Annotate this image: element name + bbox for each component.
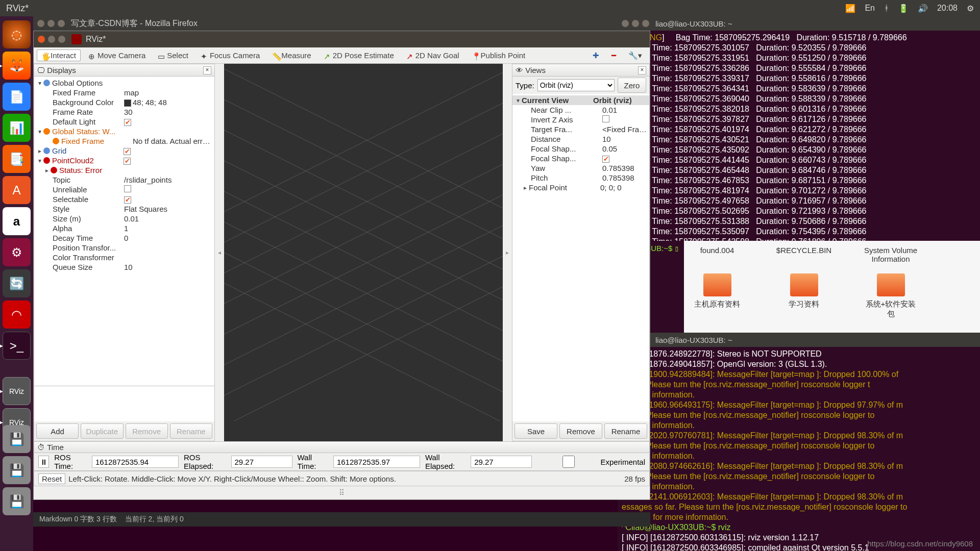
file-item[interactable]: $RECYCLE.BIN — [776, 246, 832, 263]
calc-icon[interactable]: 📊 — [3, 114, 31, 142]
select-tool[interactable]: ▭Select — [153, 49, 193, 61]
folder-item[interactable]: 主机原有资料 — [689, 273, 745, 319]
software-icon[interactable]: A — [3, 176, 31, 204]
zero-button[interactable]: Zero — [618, 78, 646, 93]
focus-camera-tool[interactable]: ✦Focus Camera — [196, 49, 264, 61]
watermark: https://blog.csdn.net/cindy9608 — [867, 539, 973, 548]
amazon-icon[interactable]: a — [3, 207, 31, 235]
file-item[interactable]: System Volume Information — [863, 246, 919, 263]
view-type-select[interactable]: Orbit (rviz) — [537, 79, 615, 91]
rviz-statusbar: Reset Left-Click: Rotate. Middle-Click: … — [34, 471, 650, 486]
close-panel-icon[interactable]: × — [638, 66, 646, 74]
rviz-app-icon — [71, 34, 82, 44]
window-controls[interactable] — [37, 20, 65, 27]
rviz-titlebar: RViz* — [34, 31, 650, 47]
terminal-body: [RUNNING] Bag Time: 1587095275.296419 Du… — [618, 31, 980, 241]
disk-icon-3[interactable]: 💾 — [3, 487, 31, 515]
firefox-titlebar: 写文章-CSDN博客 - Mozilla Firefox — [33, 16, 618, 31]
lang-indicator[interactable]: En — [865, 4, 875, 13]
window-controls[interactable] — [38, 36, 65, 43]
rviz-toolbar: 🖐Interact ⊕Move Camera ▭Select ✦Focus Ca… — [34, 47, 650, 64]
add-tool[interactable]: ✚ — [588, 49, 604, 62]
svg-line-13 — [224, 258, 503, 421]
svg-line-10 — [224, 135, 503, 329]
folder-item[interactable]: 学习资料 — [776, 273, 832, 319]
add-button[interactable]: Add — [36, 423, 79, 439]
dash-icon[interactable]: ◌ — [3, 20, 31, 48]
resize-grip[interactable]: ⠿ — [34, 486, 650, 499]
terminal-rviz-log[interactable]: liao@liao-UX303UB: ~ 1612871876.24892277… — [618, 333, 980, 551]
splitter-right[interactable]: ▸ — [503, 64, 512, 441]
firefox-icon[interactable]: ▶🦊 — [3, 52, 31, 80]
pause-button[interactable]: ⏸ — [38, 456, 49, 468]
disk-icon-2[interactable]: 💾 — [3, 456, 31, 484]
remove-tool[interactable]: ━ — [607, 49, 621, 62]
svg-line-6 — [224, 74, 503, 268]
views-panel: 👁 Views× Type: Orbit (rviz) Zero ▾Curren… — [512, 64, 650, 441]
move-camera-tool[interactable]: ⊕Move Camera — [84, 49, 150, 61]
terminal-body: 1612871876.248922778]: Stereo is NOT SUP… — [618, 347, 980, 551]
battery-icon[interactable]: 🔋 — [898, 4, 909, 13]
displays-tree[interactable]: ▾Global Options Fixed Framemap Backgroun… — [34, 77, 214, 386]
wall-elapsed-field[interactable] — [471, 456, 532, 468]
svg-line-7 — [224, 64, 503, 237]
svg-line-2 — [224, 135, 503, 329]
gnome-topbar: RViz* 📶 En ᚼ 🔋 🔊 20:08 ⚙ — [0, 0, 980, 16]
bluetooth-icon[interactable]: ᚼ — [884, 4, 889, 13]
writer-icon[interactable]: 📄 — [3, 83, 31, 111]
reader-icon[interactable]: ◠ — [3, 300, 31, 329]
updater-icon[interactable]: 🔄 — [3, 269, 31, 297]
save-view-button[interactable]: Save — [514, 423, 557, 439]
experimental-checkbox[interactable] — [542, 456, 595, 468]
svg-line-8 — [224, 166, 503, 360]
ros-time-field[interactable] — [92, 456, 179, 468]
svg-line-14 — [224, 74, 503, 268]
displays-panel: 🖵 Displays× ▾Global Options Fixed Framem… — [34, 64, 215, 441]
svg-line-5 — [224, 258, 503, 421]
gear-icon[interactable]: ⚙ — [967, 4, 974, 13]
duplicate-button[interactable]: Duplicate — [81, 423, 123, 439]
interact-tool[interactable]: 🖐Interact — [37, 49, 81, 61]
measure-tool[interactable]: 📏Measure — [267, 49, 315, 61]
status-area: 📶 En ᚼ 🔋 🔊 20:08 ⚙ — [845, 4, 974, 13]
svg-line-1 — [224, 196, 503, 390]
description-box — [34, 386, 214, 421]
wall-time-field[interactable] — [333, 456, 420, 468]
svg-line-9 — [224, 196, 503, 390]
nav-goal-tool[interactable]: ↗2D Nav Goal — [402, 49, 464, 61]
disk-icon-1[interactable]: 💾 — [3, 425, 31, 453]
reset-button[interactable]: Reset — [38, 473, 65, 484]
impress-icon[interactable]: 📑 — [3, 145, 31, 173]
svg-line-4 — [224, 227, 503, 421]
settings-icon[interactable]: ⚙ — [3, 238, 31, 266]
clock[interactable]: 20:08 — [937, 4, 958, 13]
views-tree[interactable]: ▾Current ViewOrbit (rviz) Near Clip ...0… — [512, 94, 649, 421]
desktop-area: 写文章-CSDN博客 - Mozilla Firefox liao@liao-U… — [33, 16, 980, 551]
file-manager[interactable]: found.004 $RECYCLE.BIN System Volume Inf… — [684, 241, 980, 333]
remove-button[interactable]: Remove — [126, 423, 168, 439]
rviz-icon-1[interactable]: ▶RViz — [3, 377, 31, 405]
terminal-icon[interactable]: ▶>_ — [3, 332, 31, 360]
svg-line-12 — [224, 227, 503, 421]
terminal-title: liao@liao-UX303UB: ~ — [618, 333, 980, 347]
remove-view-button[interactable]: Remove — [559, 423, 602, 439]
file-item[interactable]: found.004 — [689, 246, 745, 263]
terminal-bag[interactable]: liao@liao-UX303UB: ~ [RUNNING] Bag Time:… — [618, 16, 980, 241]
ros-elapsed-field[interactable] — [231, 456, 292, 468]
rename-view-button[interactable]: Rename — [604, 423, 647, 439]
splitter-left[interactable]: ◂ — [215, 64, 224, 441]
3d-viewport[interactable] — [224, 64, 503, 441]
pose-estimate-tool[interactable]: ↗2D Pose Estimate — [319, 49, 399, 61]
svg-line-0 — [224, 166, 503, 360]
tool-props[interactable]: 🔧▾ — [624, 49, 647, 62]
wifi-icon[interactable]: 📶 — [845, 4, 855, 13]
csdn-statusbar: Markdown 0 字数 3 行数当前行 2, 当前列 0 — [33, 512, 650, 527]
volume-icon[interactable]: 🔊 — [918, 4, 928, 13]
terminal-title: liao@liao-UX303UB: ~ — [618, 16, 980, 31]
active-window-title: RViz* — [6, 3, 845, 14]
close-panel-icon[interactable]: × — [203, 66, 211, 74]
folder-item[interactable]: 系统+软件安装包 — [863, 273, 919, 319]
rename-button[interactable]: Rename — [170, 423, 212, 439]
publish-point-tool[interactable]: 📍Publish Point — [467, 49, 530, 61]
svg-line-3 — [224, 105, 503, 298]
